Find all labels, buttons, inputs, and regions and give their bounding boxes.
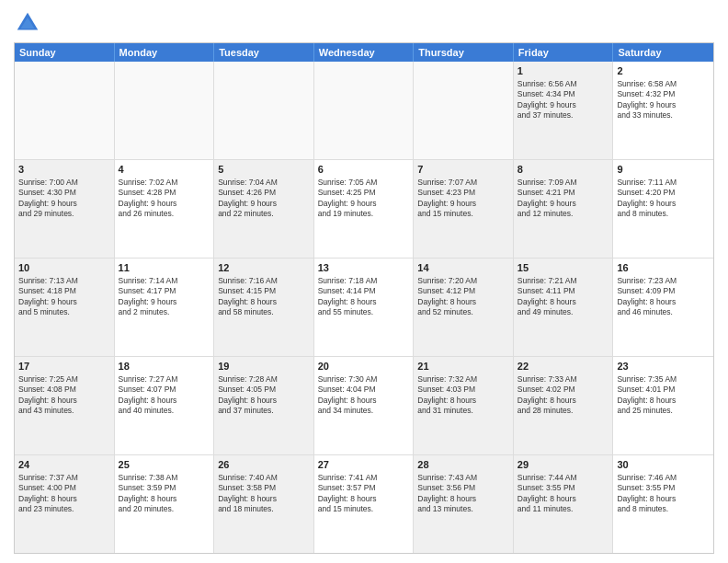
day-number: 17: [18, 360, 110, 373]
day-info: Sunrise: 7:02 AM Sunset: 4:28 PM Dayligh…: [119, 178, 178, 218]
day-cell-15: 15Sunrise: 7:21 AM Sunset: 4:11 PM Dayli…: [514, 259, 614, 356]
day-info: Sunrise: 7:35 AM Sunset: 4:01 PM Dayligh…: [617, 374, 677, 415]
day-number: 20: [318, 360, 410, 373]
day-number: 26: [218, 458, 310, 472]
day-number: 3: [18, 163, 110, 177]
empty-cell-0-1: [115, 62, 215, 159]
empty-cell-0-0: [15, 62, 115, 159]
day-cell-8: 8Sunrise: 7:09 AM Sunset: 4:21 PM Daylig…: [514, 160, 614, 258]
calendar: SundayMondayTuesdayWednesdayThursdayFrid…: [14, 42, 714, 554]
day-info: Sunrise: 7:04 AM Sunset: 4:26 PM Dayligh…: [218, 178, 278, 218]
day-cell-23: 23Sunrise: 7:35 AM Sunset: 4:01 PM Dayli…: [613, 357, 713, 454]
calendar-header: SundayMondayTuesdayWednesdayThursdayFrid…: [15, 43, 713, 62]
day-cell-26: 26Sunrise: 7:40 AM Sunset: 3:58 PM Dayli…: [214, 455, 314, 553]
day-cell-14: 14Sunrise: 7:20 AM Sunset: 4:12 PM Dayli…: [414, 259, 514, 356]
day-cell-3: 3Sunrise: 7:00 AM Sunset: 4:30 PM Daylig…: [15, 160, 115, 258]
day-cell-25: 25Sunrise: 7:38 AM Sunset: 3:59 PM Dayli…: [115, 455, 215, 553]
day-info: Sunrise: 7:11 AM Sunset: 4:20 PM Dayligh…: [617, 178, 677, 218]
day-info: Sunrise: 7:40 AM Sunset: 3:58 PM Dayligh…: [218, 473, 278, 513]
header-cell-friday: Friday: [514, 43, 614, 62]
day-number: 27: [318, 458, 410, 472]
day-number: 11: [119, 261, 210, 275]
day-number: 10: [18, 261, 110, 275]
day-number: 15: [518, 261, 609, 275]
day-cell-29: 29Sunrise: 7:44 AM Sunset: 3:55 PM Dayli…: [514, 455, 614, 553]
logo: [14, 9, 45, 37]
day-number: 30: [617, 458, 710, 472]
calendar-row-4: 24Sunrise: 7:37 AM Sunset: 4:00 PM Dayli…: [15, 454, 713, 553]
day-cell-18: 18Sunrise: 7:27 AM Sunset: 4:07 PM Dayli…: [115, 357, 215, 454]
day-info: Sunrise: 7:41 AM Sunset: 3:57 PM Dayligh…: [318, 473, 378, 513]
day-number: 25: [119, 458, 210, 472]
empty-cell-0-4: [414, 62, 514, 159]
day-info: Sunrise: 7:07 AM Sunset: 4:23 PM Dayligh…: [417, 178, 477, 218]
day-cell-16: 16Sunrise: 7:23 AM Sunset: 4:09 PM Dayli…: [613, 259, 713, 356]
day-cell-20: 20Sunrise: 7:30 AM Sunset: 4:04 PM Dayli…: [314, 357, 415, 454]
day-info: Sunrise: 7:38 AM Sunset: 3:59 PM Dayligh…: [119, 473, 178, 513]
day-info: Sunrise: 7:09 AM Sunset: 4:21 PM Dayligh…: [518, 178, 577, 218]
day-number: 12: [218, 261, 310, 275]
day-cell-9: 9Sunrise: 7:11 AM Sunset: 4:20 PM Daylig…: [613, 160, 713, 258]
day-number: 9: [617, 163, 710, 177]
day-cell-17: 17Sunrise: 7:25 AM Sunset: 4:08 PM Dayli…: [15, 357, 115, 454]
empty-cell-0-3: [314, 62, 415, 159]
header-cell-thursday: Thursday: [414, 43, 514, 62]
header: [14, 9, 714, 37]
day-info: Sunrise: 7:20 AM Sunset: 4:12 PM Dayligh…: [417, 276, 477, 316]
day-info: Sunrise: 7:28 AM Sunset: 4:05 PM Dayligh…: [218, 374, 278, 415]
day-info: Sunrise: 7:33 AM Sunset: 4:02 PM Dayligh…: [518, 374, 577, 415]
empty-cell-0-2: [214, 62, 314, 159]
day-cell-28: 28Sunrise: 7:43 AM Sunset: 3:56 PM Dayli…: [414, 455, 514, 553]
day-number: 13: [318, 261, 410, 275]
header-cell-saturday: Saturday: [613, 43, 713, 62]
day-number: 24: [18, 458, 110, 472]
day-cell-1: 1Sunrise: 6:56 AM Sunset: 4:34 PM Daylig…: [514, 62, 614, 159]
day-info: Sunrise: 7:44 AM Sunset: 3:55 PM Dayligh…: [518, 473, 577, 513]
calendar-body: 1Sunrise: 6:56 AM Sunset: 4:34 PM Daylig…: [15, 62, 713, 553]
day-number: 4: [119, 163, 210, 177]
day-info: Sunrise: 7:25 AM Sunset: 4:08 PM Dayligh…: [18, 374, 78, 415]
day-number: 21: [417, 360, 509, 373]
day-number: 23: [617, 360, 710, 373]
day-number: 22: [518, 360, 609, 373]
day-info: Sunrise: 7:43 AM Sunset: 3:56 PM Dayligh…: [417, 473, 477, 513]
day-cell-2: 2Sunrise: 6:58 AM Sunset: 4:32 PM Daylig…: [613, 62, 713, 159]
day-number: 5: [218, 163, 310, 177]
day-info: Sunrise: 7:21 AM Sunset: 4:11 PM Dayligh…: [518, 276, 577, 316]
calendar-row-2: 10Sunrise: 7:13 AM Sunset: 4:18 PM Dayli…: [15, 258, 713, 356]
header-cell-sunday: Sunday: [15, 43, 115, 62]
day-cell-30: 30Sunrise: 7:46 AM Sunset: 3:55 PM Dayli…: [613, 455, 713, 553]
day-cell-24: 24Sunrise: 7:37 AM Sunset: 4:00 PM Dayli…: [15, 455, 115, 553]
calendar-row-0: 1Sunrise: 6:56 AM Sunset: 4:34 PM Daylig…: [15, 62, 713, 159]
day-info: Sunrise: 7:27 AM Sunset: 4:07 PM Dayligh…: [119, 374, 178, 415]
day-cell-4: 4Sunrise: 7:02 AM Sunset: 4:28 PM Daylig…: [115, 160, 215, 258]
day-info: Sunrise: 7:13 AM Sunset: 4:18 PM Dayligh…: [18, 276, 78, 316]
day-info: Sunrise: 7:37 AM Sunset: 4:00 PM Dayligh…: [18, 473, 78, 513]
day-cell-12: 12Sunrise: 7:16 AM Sunset: 4:15 PM Dayli…: [214, 259, 314, 356]
day-cell-7: 7Sunrise: 7:07 AM Sunset: 4:23 PM Daylig…: [414, 160, 514, 258]
day-cell-27: 27Sunrise: 7:41 AM Sunset: 3:57 PM Dayli…: [314, 455, 415, 553]
day-info: Sunrise: 6:58 AM Sunset: 4:32 PM Dayligh…: [617, 79, 677, 120]
day-number: 8: [518, 163, 609, 177]
calendar-row-3: 17Sunrise: 7:25 AM Sunset: 4:08 PM Dayli…: [15, 356, 713, 454]
day-info: Sunrise: 6:56 AM Sunset: 4:34 PM Dayligh…: [518, 79, 577, 120]
day-number: 18: [119, 360, 210, 373]
calendar-row-1: 3Sunrise: 7:00 AM Sunset: 4:30 PM Daylig…: [15, 159, 713, 258]
day-info: Sunrise: 7:16 AM Sunset: 4:15 PM Dayligh…: [218, 276, 278, 316]
day-number: 7: [417, 163, 509, 177]
day-info: Sunrise: 7:46 AM Sunset: 3:55 PM Dayligh…: [617, 473, 677, 513]
header-cell-wednesday: Wednesday: [314, 43, 415, 62]
day-cell-10: 10Sunrise: 7:13 AM Sunset: 4:18 PM Dayli…: [15, 259, 115, 356]
day-number: 16: [617, 261, 710, 275]
day-number: 28: [417, 458, 509, 472]
day-number: 6: [318, 163, 410, 177]
day-info: Sunrise: 7:00 AM Sunset: 4:30 PM Dayligh…: [18, 178, 78, 218]
day-cell-19: 19Sunrise: 7:28 AM Sunset: 4:05 PM Dayli…: [214, 357, 314, 454]
day-info: Sunrise: 7:18 AM Sunset: 4:14 PM Dayligh…: [318, 276, 378, 316]
day-number: 14: [417, 261, 509, 275]
day-info: Sunrise: 7:30 AM Sunset: 4:04 PM Dayligh…: [318, 374, 378, 415]
day-cell-22: 22Sunrise: 7:33 AM Sunset: 4:02 PM Dayli…: [514, 357, 614, 454]
header-cell-monday: Monday: [115, 43, 215, 62]
day-cell-21: 21Sunrise: 7:32 AM Sunset: 4:03 PM Dayli…: [414, 357, 514, 454]
page: SundayMondayTuesdayWednesdayThursdayFrid…: [0, 0, 728, 563]
